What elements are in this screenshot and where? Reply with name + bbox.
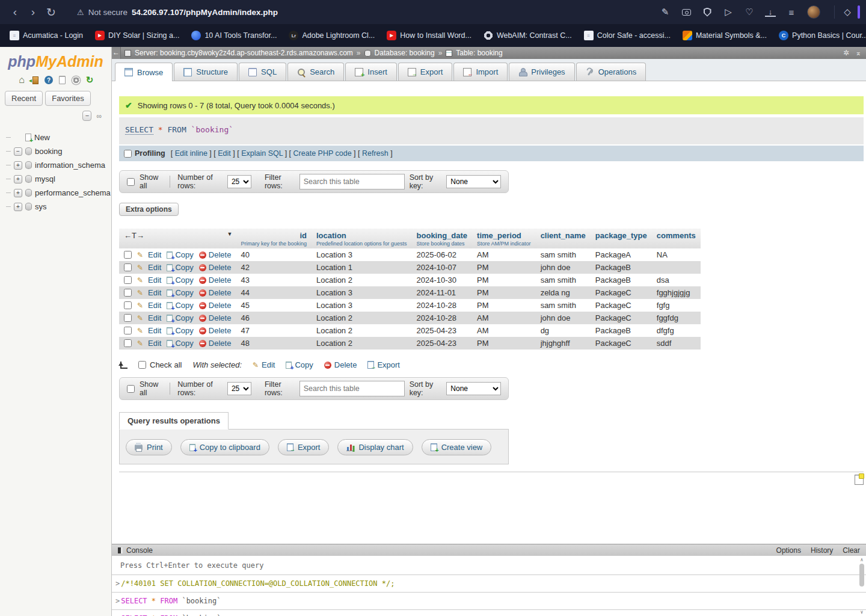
profiling-link[interactable]: Edit xyxy=(218,149,231,158)
reload-navigation-icon[interactable]: ↻ xyxy=(85,75,94,85)
shield-icon[interactable] xyxy=(704,8,711,17)
row-checkbox[interactable] xyxy=(124,327,132,334)
create-view-button[interactable]: Create view xyxy=(422,439,492,455)
page-settings-gear-icon[interactable]: ✲ xyxy=(843,49,849,57)
phpmyadmin-logo[interactable]: phpMyAdmin xyxy=(0,53,111,70)
refresh-icon[interactable]: ↻ xyxy=(42,5,60,19)
tab[interactable]: Import xyxy=(453,63,508,81)
row-edit-link[interactable]: ✎Edit xyxy=(137,326,161,335)
tree-item-label[interactable]: booking xyxy=(35,147,63,156)
number-of-rows-select[interactable]: 25 xyxy=(227,175,251,188)
extra-options-button[interactable]: Extra options xyxy=(119,203,179,216)
link-with-main-icon[interactable]: ∞ xyxy=(96,112,100,120)
console-body[interactable]: Press Ctrl+Enter to execute query >/*!40… xyxy=(112,556,866,616)
logout-icon[interactable] xyxy=(32,76,38,84)
row-delete-link[interactable]: Delete xyxy=(199,313,232,322)
sidebar-panel-tab[interactable]: Recent xyxy=(5,91,43,106)
selected-copy-link[interactable]: Copy xyxy=(286,360,313,369)
tree-item[interactable]: + information_schema xyxy=(0,158,111,172)
documentation-icon[interactable] xyxy=(59,76,66,84)
show-all-checkbox[interactable] xyxy=(127,385,135,393)
tree-item[interactable]: New xyxy=(0,131,111,144)
show-all-checkbox[interactable] xyxy=(127,178,135,186)
column-header-client-name[interactable]: client_name xyxy=(541,231,586,240)
tab[interactable]: Structure xyxy=(174,63,238,81)
console-toggle[interactable]: Console xyxy=(118,546,153,555)
tree-item-label[interactable]: New xyxy=(34,133,50,142)
print-button[interactable]: Print xyxy=(126,439,172,455)
column-header-location[interactable]: location xyxy=(316,231,407,240)
row-checkbox[interactable] xyxy=(124,276,132,284)
scroll-thumb[interactable] xyxy=(859,564,864,587)
collapse-all-button[interactable]: − xyxy=(82,111,91,121)
bookmark-item[interactable]: C Python Basics | Cour... xyxy=(775,29,866,42)
row-copy-link[interactable]: Copy xyxy=(167,313,193,322)
column-header-time-period[interactable]: time_period xyxy=(477,231,531,240)
breadcrumb-database[interactable]: Database: booking xyxy=(375,49,435,57)
tree-item[interactable]: − booking xyxy=(0,144,111,158)
row-delete-link[interactable]: Delete xyxy=(199,339,232,348)
console-entry[interactable]: >SELECT * FROM `booking` xyxy=(112,592,866,609)
row-delete-link[interactable]: Delete xyxy=(199,326,232,335)
row-checkbox[interactable] xyxy=(124,251,132,259)
collapse-sidebar-icon[interactable]: ← xyxy=(112,47,121,59)
sidebar-panel-tab[interactable]: Favorites xyxy=(45,91,90,106)
row-checkbox[interactable] xyxy=(124,301,132,309)
row-copy-link[interactable]: Copy xyxy=(167,301,193,310)
console-entry[interactable]: >SELECT * FROM `booking` xyxy=(112,609,866,616)
back-icon[interactable]: ‹ xyxy=(6,5,24,19)
row-edit-link[interactable]: ✎Edit xyxy=(137,250,161,259)
tree-item-label[interactable]: sys xyxy=(35,202,47,211)
settings-sliders-icon[interactable]: ≡ xyxy=(786,7,797,17)
row-checkbox[interactable] xyxy=(124,263,132,271)
profiling-checkbox[interactable] xyxy=(124,150,132,158)
tree-item-label[interactable]: mysql xyxy=(35,174,55,183)
bookmark-item[interactable]: WebAIM: Contrast C... xyxy=(480,29,576,42)
row-delete-link[interactable]: Delete xyxy=(199,288,232,297)
bookmark-item[interactable]: ▶ How to Install Word... xyxy=(383,29,475,42)
bookmark-item[interactable]: Material Symbols &... xyxy=(679,29,770,42)
tree-item-label[interactable]: performance_schema xyxy=(35,188,111,197)
console-entry[interactable]: >/*!40101 SET COLLATION_CONNECTION=@OLD_… xyxy=(112,574,866,592)
sort-options-caret-icon[interactable]: ▼ xyxy=(227,231,232,237)
tree-expander-icon[interactable]: + xyxy=(14,203,22,211)
row-delete-link[interactable]: Delete xyxy=(199,276,232,285)
tab[interactable]: Export xyxy=(398,63,453,81)
profiling-link[interactable]: Edit inline xyxy=(175,149,207,158)
column-header-id[interactable]: id xyxy=(241,231,307,240)
settings-gear-icon[interactable] xyxy=(72,76,80,84)
copy-to-clipboard-button[interactable]: Copy to clipboard xyxy=(180,439,269,455)
row-edit-link[interactable]: ✎Edit xyxy=(137,313,161,322)
downloads-icon[interactable]: ↓ xyxy=(765,7,776,17)
sql-select-keyword[interactable]: SELECT xyxy=(125,125,153,135)
tree-item[interactable]: + performance_schema xyxy=(0,186,111,200)
bookmark-item[interactable]: Lr Adobe Lightroom Cl... xyxy=(285,29,378,42)
address-bar[interactable]: ⚠ Not secure 54.206.97.107/phpMyAdmin/in… xyxy=(77,8,278,17)
tab[interactable]: Operations xyxy=(576,63,646,81)
tree-item[interactable]: + sys xyxy=(0,200,111,214)
row-delete-link[interactable]: Delete xyxy=(199,250,232,259)
bookmark-item[interactable]: ≡ Color Safe - accessi... xyxy=(580,29,674,42)
tab[interactable]: Privileges xyxy=(509,63,574,81)
row-copy-link[interactable]: Copy xyxy=(167,276,193,285)
check-all-label[interactable]: Check all xyxy=(138,360,182,369)
tab[interactable]: Browse xyxy=(115,63,173,81)
tab[interactable]: SQL xyxy=(239,63,286,81)
breadcrumb-server[interactable]: Server: booking.cby8woky2z4d.ap-southeas… xyxy=(135,49,353,57)
home-icon[interactable]: ⌂ xyxy=(17,75,26,85)
export-button[interactable]: Export xyxy=(278,439,330,455)
number-of-rows-select[interactable]: 25 xyxy=(227,382,251,395)
open-new-window-icon[interactable] xyxy=(855,475,864,485)
filter-rows-input[interactable] xyxy=(299,381,405,396)
profiling-link[interactable]: Create PHP code xyxy=(293,149,352,158)
scroll-up-icon[interactable]: ∧ xyxy=(861,557,864,562)
tab[interactable]: Search xyxy=(287,63,344,81)
bookmark-item[interactable]: ≡ Acumatica - Login xyxy=(6,29,87,42)
copilot-cube-icon[interactable]: ◇ xyxy=(842,7,853,17)
row-copy-link[interactable]: Copy xyxy=(167,288,193,297)
filter-rows-input[interactable] xyxy=(299,174,405,189)
row-checkbox[interactable] xyxy=(124,314,132,322)
forward-icon[interactable]: › xyxy=(24,5,42,19)
tree-item[interactable]: + mysql xyxy=(0,172,111,186)
tree-expander-icon[interactable]: + xyxy=(14,161,22,170)
